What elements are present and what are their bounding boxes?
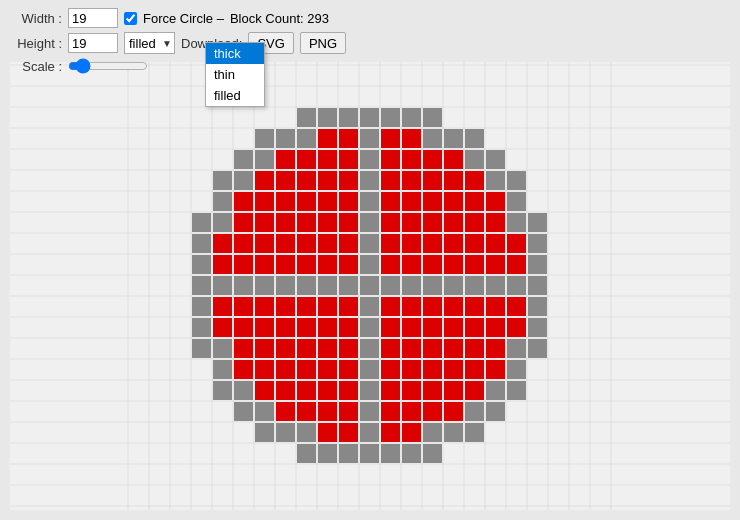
scale-slider[interactable] xyxy=(68,58,148,74)
dropdown-item-thick[interactable]: thick xyxy=(206,43,264,64)
canvas-area xyxy=(10,62,730,510)
scale-label: Scale : xyxy=(10,59,62,74)
pixel-canvas[interactable] xyxy=(10,62,730,510)
width-row: Width : Force Circle – Block Count: 293 xyxy=(10,8,730,28)
width-input[interactable] xyxy=(68,8,118,28)
height-input[interactable] xyxy=(68,33,118,53)
dropdown-item-filled[interactable]: filled xyxy=(206,85,264,106)
style-select-wrapper: thick thin filled ▼ xyxy=(124,32,175,54)
force-circle-checkbox[interactable] xyxy=(124,12,137,25)
dropdown-item-thin[interactable]: thin xyxy=(206,64,264,85)
block-count-label: Block Count: 293 xyxy=(230,11,329,26)
style-select[interactable]: thick thin filled xyxy=(124,32,175,54)
style-dropdown: thick thin filled xyxy=(205,42,265,107)
png-download-button[interactable]: PNG xyxy=(300,32,346,54)
scale-row: Scale : xyxy=(10,58,730,74)
width-label: Width : xyxy=(10,11,62,26)
controls-panel: Width : Force Circle – Block Count: 293 … xyxy=(0,0,740,78)
height-label: Height : xyxy=(10,36,62,51)
height-row: Height : thick thin filled ▼ Download: S… xyxy=(10,32,730,54)
force-circle-label: Force Circle – xyxy=(143,11,224,26)
